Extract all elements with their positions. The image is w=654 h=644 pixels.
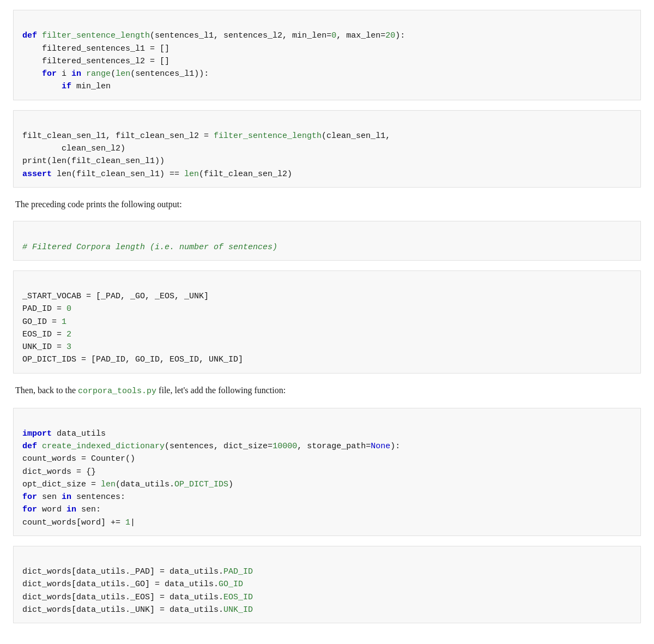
inline-code-corpora-tools: corpora_tools.py (78, 387, 156, 396)
keyword-def: def (22, 31, 37, 40)
prose-text-1: The preceding code prints the following … (15, 200, 182, 209)
prose-2: Then, back to the corpora_tools.py file,… (13, 383, 641, 398)
code-block-5: import data_utils def create_indexed_dic… (13, 408, 641, 536)
prose-after: file, let's add the following function: (156, 386, 286, 395)
comment-filtered-corpora: # Filtered Corpora length (i.e. number o… (22, 243, 277, 252)
prose-then: Then, back to the (15, 386, 78, 395)
prose-1: The preceding code prints the following … (13, 197, 641, 212)
code-block-6: dict_words[data_utils._PAD] = data_utils… (13, 546, 641, 623)
code-block-2: filt_clean_sen_l1, filt_clean_sen_l2 = f… (13, 110, 641, 188)
code-block-1: def filter_sentence_length(sentences_l1,… (13, 10, 641, 100)
code-block-4: _START_VOCAB = [_PAD, _GO, _EOS, _UNK] P… (13, 270, 641, 374)
fn-filter-sentence-length: filter_sentence_length (42, 31, 150, 40)
code-block-3: # Filtered Corpora length (i.e. number o… (13, 221, 641, 261)
